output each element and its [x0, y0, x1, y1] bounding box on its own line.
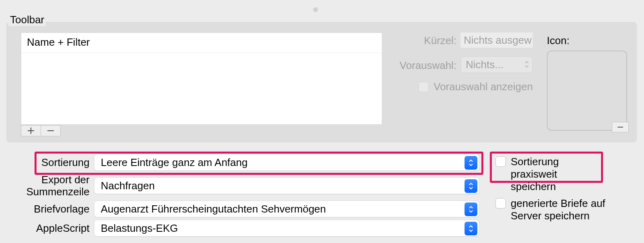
toolbar-legend: Toolbar	[8, 14, 46, 26]
generierte-briefe-row: generierte Briefe auf Server speichern	[495, 197, 608, 222]
briefvorlage-label: Briefvorlage	[0, 203, 90, 215]
applescript-select[interactable]: Belastungs-EKG	[94, 220, 479, 237]
chevron-updown-icon	[524, 59, 529, 71]
vorauswahl-anzeigen-row: Vorauswahl anzeigen	[418, 81, 533, 93]
minus-icon	[47, 127, 54, 134]
chevron-updown-icon	[465, 222, 477, 235]
chevron-updown-icon	[465, 156, 477, 170]
toolbar-group: Toolbar Name + Filter Kürzel: Nichts aus…	[6, 22, 637, 142]
chevron-updown-icon	[465, 202, 477, 216]
export-label: Export der Summenzeile	[0, 174, 90, 198]
window-drag-handle	[313, 7, 318, 12]
icon-well[interactable]	[547, 51, 627, 131]
vorauswahl-anzeigen-checkbox[interactable]	[418, 82, 429, 92]
export-value: Nachfragen	[101, 180, 155, 192]
minus-icon	[617, 124, 624, 130]
sortierung-value: Leere Einträge ganz am Anfang	[101, 156, 248, 169]
chevron-updown-icon	[465, 179, 477, 193]
applescript-value: Belastungs-EKG	[101, 222, 178, 235]
sortierung-praxisweit-checkbox[interactable]	[495, 156, 506, 167]
vorauswahl-value: Nichts...	[466, 59, 503, 71]
generierte-briefe-label: generierte Briefe auf Server speichern	[511, 197, 605, 222]
filter-list[interactable]: Name + Filter	[21, 32, 382, 125]
sortierung-praxisweit-label: Sortierung praxisweit speichern	[511, 156, 600, 193]
kurzel-input[interactable]: Nichts ausgew	[461, 32, 533, 48]
vorauswahl-anzeigen-label: Vorauswahl anzeigen	[434, 81, 533, 93]
vorauswahl-select[interactable]: Nichts...	[461, 56, 533, 73]
sortierung-label: Sortierung	[0, 156, 90, 169]
applescript-label: AppleScript	[0, 222, 90, 235]
vorauswahl-label: Vorauswahl:	[392, 59, 457, 72]
export-label-l1: Export der	[41, 174, 90, 186]
sortierung-praxisweit-row: Sortierung praxisweit speichern	[495, 156, 600, 193]
plus-icon	[27, 127, 35, 134]
kurzel-label: Kürzel:	[392, 34, 457, 47]
briefvorlage-select[interactable]: Augenarzt Führerscheingutachten Sehvermö…	[94, 200, 479, 217]
export-select[interactable]: Nachfragen	[94, 177, 479, 194]
briefvorlage-value: Augenarzt Führerscheingutachten Sehvermö…	[101, 203, 326, 215]
sort-praxis-l1: Sortierung praxisweit	[511, 156, 559, 180]
add-filter-button[interactable]	[21, 125, 41, 136]
gen-briefe-l2: Server speichern	[511, 210, 590, 222]
filter-list-header[interactable]: Name + Filter	[21, 33, 382, 53]
sortierung-select[interactable]: Leere Einträge ganz am Anfang	[94, 154, 479, 171]
icon-label: Icon:	[547, 34, 569, 47]
export-label-l2: Summenzeile	[26, 186, 90, 198]
remove-filter-button[interactable]	[41, 125, 61, 136]
generierte-briefe-checkbox[interactable]	[495, 198, 506, 209]
gen-briefe-l1: generierte Briefe auf	[511, 197, 605, 209]
sort-praxis-l2: speichern	[511, 180, 556, 192]
icon-remove-button[interactable]	[612, 122, 629, 132]
